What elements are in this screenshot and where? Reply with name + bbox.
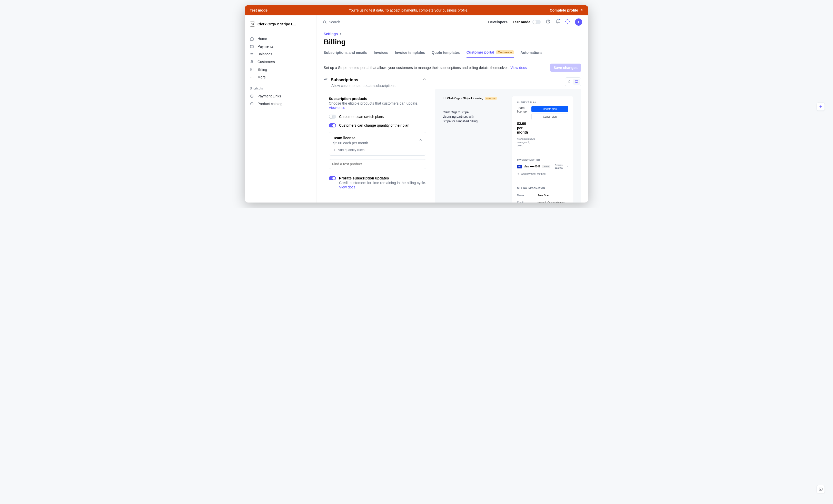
subscription-products-desc: Choose the eligible products that custom… xyxy=(329,101,426,105)
help-icon[interactable] xyxy=(546,19,550,25)
search-icon xyxy=(323,20,327,24)
view-docs-link[interactable]: View docs xyxy=(329,105,345,110)
product-card: Team license $2.00 each per month Add qu… xyxy=(329,132,426,155)
current-plan-label: CURRENT PLAN xyxy=(517,101,568,103)
svg-point-4 xyxy=(252,77,252,77)
svg-point-10 xyxy=(567,21,568,22)
plan-renew: Your plan renews on August 1, 2024. xyxy=(517,137,535,147)
developers-link[interactable]: Developers xyxy=(488,20,507,24)
org-name: Clerk Orgs x Stripe L... xyxy=(258,22,296,26)
banner-left: Test mode xyxy=(250,8,267,12)
change-quantity-label: Customers can change quantity of their p… xyxy=(339,123,409,127)
add-payment-method[interactable]: Add payment method xyxy=(517,172,568,175)
sidebar-item-payments[interactable]: Payments xyxy=(248,43,313,50)
chevron-right-icon xyxy=(339,32,342,35)
sidebar-item-more[interactable]: More xyxy=(248,73,313,81)
svg-rect-0 xyxy=(250,45,254,48)
preview-brand: Clerk Orgs x Stripe Licensing xyxy=(447,97,483,100)
balance-icon xyxy=(250,52,255,56)
prorate-title: Prorate subscription updates xyxy=(339,176,389,180)
test-mode-toggle[interactable]: Test mode xyxy=(513,20,541,24)
page-title: Billing xyxy=(324,38,581,46)
bell-icon[interactable] xyxy=(555,19,560,25)
receipt-icon xyxy=(250,67,255,72)
plan-name: Team license xyxy=(517,106,527,113)
prorate-desc: Credit customers for time remaining in t… xyxy=(339,181,426,185)
prorate-toggle[interactable] xyxy=(329,176,336,180)
plus-icon xyxy=(333,148,336,151)
add-quantity-rules[interactable]: Add quantity rules xyxy=(333,148,422,152)
sidebar-item-customers[interactable]: Customers xyxy=(248,58,313,66)
update-plan-button[interactable]: Update plan xyxy=(531,106,568,112)
sidebar-item-balances[interactable]: Balances xyxy=(248,50,313,58)
sidebar-item-product-catalog[interactable]: Product catalog xyxy=(248,100,313,108)
tab-automations[interactable]: Automations xyxy=(520,50,542,58)
billing-email: Emailexample@example.com xyxy=(517,199,568,202)
add-button[interactable] xyxy=(575,19,582,26)
svg-point-1 xyxy=(251,61,252,62)
tab-invoice-templates[interactable]: Invoice templates xyxy=(395,50,425,58)
remove-card-icon[interactable]: × xyxy=(567,165,568,168)
desktop-preview-button[interactable] xyxy=(573,79,580,85)
intro-text: Set up a Stripe-hosted portal that allow… xyxy=(324,66,527,70)
chevron-up-icon[interactable] xyxy=(423,77,426,82)
view-docs-link[interactable]: View docs xyxy=(510,66,527,70)
floating-add-button[interactable] xyxy=(816,102,825,111)
store-icon xyxy=(443,96,446,100)
product-price: $2.00 each per month xyxy=(333,141,368,145)
default-badge: Default xyxy=(542,165,550,168)
cancel-plan-button[interactable]: Cancel plan xyxy=(531,114,568,120)
wallet-icon xyxy=(250,44,255,48)
sidebar: Clerk Orgs x Stripe L... Home Payments B… xyxy=(245,16,316,202)
sidebar-item-billing[interactable]: Billing xyxy=(248,66,313,73)
gear-icon[interactable] xyxy=(565,19,570,25)
tab-invoices[interactable]: Invoices xyxy=(374,50,388,58)
arrow-up-right-icon xyxy=(579,8,583,12)
shortcuts-label: Shortcuts xyxy=(248,85,313,92)
preview-description: Clerk Orgs x Stripe Licensing partners w… xyxy=(443,110,502,124)
store-icon xyxy=(250,22,255,27)
tab-customer-portal[interactable]: Customer portal Test mode xyxy=(467,50,514,58)
dots-icon xyxy=(250,75,255,79)
test-mode-badge: Test mode xyxy=(496,50,514,54)
plus-icon xyxy=(517,172,520,175)
payment-method-label: PAYMENT METHOD xyxy=(517,159,568,161)
find-product-input[interactable] xyxy=(329,159,426,169)
device-switch xyxy=(565,77,581,86)
svg-rect-13 xyxy=(443,97,445,99)
person-icon xyxy=(250,60,255,64)
billing-name: NameJane Doe xyxy=(517,192,568,199)
switch-plans-toggle[interactable] xyxy=(329,115,336,119)
complete-profile-link[interactable]: Complete profile xyxy=(550,8,583,12)
clock-icon xyxy=(250,94,255,98)
org-switcher[interactable]: Clerk Orgs x Stripe L... xyxy=(248,20,313,29)
topbar: Search Developers Test mode xyxy=(316,16,588,29)
sidebar-item-home[interactable]: Home xyxy=(248,35,313,43)
subscriptions-title: Subscriptions xyxy=(331,78,358,82)
portal-preview: Clerk Orgs x Stripe Licensing Test mode … xyxy=(435,89,581,202)
change-quantity-toggle[interactable] xyxy=(329,123,336,127)
svg-point-5 xyxy=(253,77,254,77)
search-input[interactable]: Search xyxy=(323,20,483,24)
product-name: Team license xyxy=(333,136,422,140)
toggle-icon[interactable] xyxy=(532,20,541,24)
card-row: VISA Visa •••• 4242 Default Expires12/20… xyxy=(517,164,568,169)
transfer-icon xyxy=(324,77,328,82)
mobile-preview-button[interactable] xyxy=(566,79,573,85)
svg-point-8 xyxy=(324,21,326,23)
tab-subscriptions-emails[interactable]: Subscriptions and emails xyxy=(324,50,367,58)
switch-plans-label: Customers can switch plans xyxy=(339,115,384,119)
plan-price: $2.00 per month xyxy=(517,121,530,134)
banner-message: You're using test data. To accept paymen… xyxy=(267,8,550,12)
tab-quote-templates[interactable]: Quote templates xyxy=(432,50,460,58)
view-docs-link[interactable]: View docs xyxy=(339,185,355,189)
clock-icon xyxy=(250,102,255,106)
remove-product-button[interactable] xyxy=(419,138,422,143)
sidebar-item-payment-links[interactable]: Payment Links xyxy=(248,92,313,100)
breadcrumb[interactable]: Settings xyxy=(324,32,581,36)
test-mode-banner: Test mode You're using test data. To acc… xyxy=(245,5,588,16)
save-button[interactable]: Save changes xyxy=(550,64,581,72)
tabs: Subscriptions and emails Invoices Invoic… xyxy=(324,50,581,58)
billing-info-label: BILLING INFORMATION xyxy=(517,187,568,189)
subscription-products-title: Subscription products xyxy=(329,97,426,101)
